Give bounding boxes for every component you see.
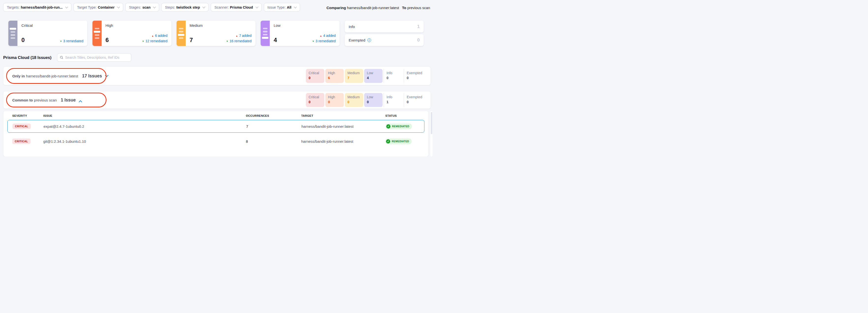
chevron-up-icon[interactable] (79, 100, 82, 104)
filter-value: Container (98, 5, 115, 9)
section-issue-count: 17 Issues (82, 73, 102, 79)
severity-card-high: High 6 ▲6 added ▼12 remediated (92, 21, 172, 46)
filter-target-type[interactable]: Target Type: Container (73, 3, 123, 11)
chip-critical: Critical0 (306, 93, 324, 107)
section-issue-count: 1 Issue (61, 98, 76, 103)
occurrences-cell: 7 (246, 124, 302, 129)
filter-scanner[interactable]: Scanner: Prisma Cloud (211, 3, 261, 11)
low-severity-icon (261, 21, 270, 46)
chip-medium: Medium0 (345, 93, 363, 107)
added-trend: ▲6 added (142, 33, 167, 39)
triangle-down-icon: ▼ (142, 40, 144, 42)
section-subject: harness/bandit-job-runner:latest (26, 74, 78, 78)
exempted-card: Exempted i 0 (345, 34, 424, 46)
section-prefix: Only in (12, 74, 25, 78)
chevron-down-icon (153, 5, 156, 8)
info-card: Info 1 (345, 21, 424, 32)
chevron-down-icon (294, 5, 297, 8)
chip-info: Info1 (383, 93, 403, 107)
severity-chip-row: Critical0 High6 Medium7 Low4 Info0 Exemp… (306, 69, 423, 83)
status-badge: ✓ REMEDIATED (385, 124, 412, 129)
info-icon[interactable]: i (367, 38, 371, 42)
search-icon (60, 56, 63, 59)
chip-exempted: Exempted0 (404, 69, 423, 83)
severity-card-medium: Medium 7 ▲7 added ▼16 remediated (177, 21, 255, 46)
table-row[interactable]: CRITICAL git@1:2.34.1-1ubuntu1.10 8 harn… (7, 134, 425, 148)
filter-value: scan (143, 5, 151, 9)
added-trend: ▲7 added (226, 33, 252, 39)
severity-card-low: Low 4 ▲4 added ▼3 remediated (261, 21, 340, 46)
severity-card-count: 6 (105, 37, 109, 43)
chevron-down-icon[interactable] (105, 73, 108, 77)
filter-label: Steps: (165, 5, 175, 9)
chevron-down-icon (203, 5, 205, 8)
severity-card-critical: Critical 0 ▼3 remediated (8, 21, 87, 46)
search-box[interactable] (57, 53, 131, 62)
high-severity-icon (92, 21, 101, 46)
remediated-trend: ▼16 remediated (226, 39, 252, 44)
chip-exempted: Exempted0 (404, 93, 423, 107)
section-only-in-target[interactable]: Only in harness/bandit-job-runner:latest… (3, 67, 431, 85)
chip-low: Low0 (364, 93, 382, 107)
section-prefix: Common to (12, 98, 33, 102)
filter-targets[interactable]: Targets: harness/bandit-job-run... (3, 3, 71, 11)
filter-stages[interactable]: Stages: scan (125, 3, 159, 11)
severity-card-title: Medium (190, 23, 252, 28)
filter-label: Issue Type: (268, 5, 286, 9)
scrollbar-thumb[interactable] (431, 112, 432, 134)
exempted-card-count: 0 (417, 37, 420, 43)
exempted-card-label: Exempted (349, 38, 365, 42)
critical-severity-icon (8, 21, 18, 46)
severity-card-count: 7 (190, 37, 193, 43)
severity-card-count: 0 (21, 37, 25, 43)
added-trend: ▲4 added (312, 33, 336, 39)
target-cell: harness/bandit-job-runner:latest (301, 139, 385, 143)
scanner-issues-title: Prisma Cloud (18 Issues) (3, 55, 52, 60)
status-badge: ✓ REMEDIATED (385, 139, 412, 144)
chip-high: High6 (325, 69, 344, 83)
issues-header: Prisma Cloud (18 Issues) (3, 53, 131, 62)
severity-card-title: Critical (21, 23, 84, 28)
filter-label: Scanner: (214, 5, 229, 9)
filter-value: harness/bandit-job-run... (21, 5, 63, 9)
chevron-down-icon (65, 5, 68, 8)
filter-steps[interactable]: Steps: twistlock step (161, 3, 209, 11)
target-cell: harness/bandit-job-runner:latest (302, 124, 385, 129)
column-header-status: STATUS (385, 114, 428, 117)
severity-card-title: Low (274, 23, 336, 28)
info-exempted-column: Info 1 Exempted i 0 (345, 21, 424, 46)
severity-card-count: 4 (274, 37, 277, 43)
triangle-up-icon: ▲ (152, 35, 154, 37)
filter-value: All (287, 5, 291, 9)
check-icon: ✓ (386, 124, 391, 129)
section-common-to-baseline[interactable]: Common to previous scan 1 Issue Critical… (3, 92, 431, 109)
filter-label: Stages: (129, 5, 141, 9)
triangle-down-icon: ▼ (60, 40, 62, 42)
comparing-connector: To (402, 6, 406, 10)
column-header-target: TARGET (301, 114, 385, 117)
comparing-summary: Comparing harness/bandit-job-runner:late… (327, 6, 430, 10)
info-card-count: 1 (417, 24, 420, 29)
severity-badge: CRITICAL (12, 139, 30, 144)
filter-value: Prisma Cloud (230, 5, 253, 9)
filter-bar: Targets: harness/bandit-job-run... Targe… (3, 3, 300, 11)
chip-info: Info0 (383, 69, 403, 83)
remediated-trend: ▼3 remediated (312, 39, 336, 44)
remediated-trend: ▼12 remediated (142, 39, 167, 44)
vertical-scrollbar[interactable] (430, 111, 433, 156)
severity-card-title: High (105, 23, 168, 28)
chevron-down-icon (255, 5, 258, 8)
filter-issue-type[interactable]: Issue Type: All (264, 3, 300, 11)
triangle-up-icon: ▲ (236, 35, 238, 37)
chevron-down-icon (117, 5, 120, 8)
remediated-trend: ▼3 remediated (60, 39, 83, 44)
chip-high: High0 (325, 93, 344, 107)
severity-cards-row: Critical 0 ▼3 remediated High 6 ▲6 added… (8, 21, 424, 46)
comparing-target: harness/bandit-job-runner:latest (347, 6, 399, 10)
chip-medium: Medium7 (345, 69, 363, 83)
section-subject: previous scan (34, 98, 57, 102)
column-header-severity: SEVERITY (12, 114, 43, 117)
search-input[interactable] (65, 56, 128, 60)
table-row[interactable]: CRITICAL expat@2.4.7-1ubuntu0.2 7 harnes… (7, 120, 425, 133)
triangle-up-icon: ▲ (320, 35, 322, 37)
